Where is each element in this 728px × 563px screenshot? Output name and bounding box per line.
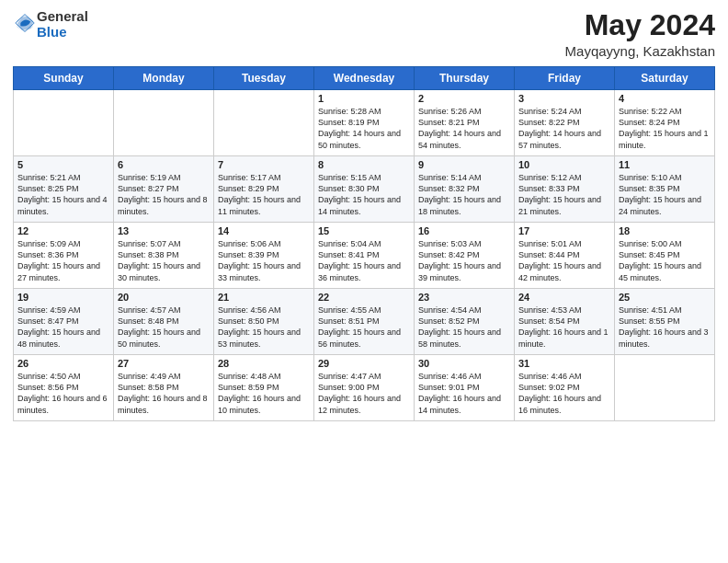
col-monday: Monday — [114, 67, 214, 90]
table-row: 7 Sunrise: 5:17 AMSunset: 8:29 PMDayligh… — [214, 156, 314, 223]
table-row — [615, 355, 715, 421]
calendar-week-row: 5 Sunrise: 5:21 AMSunset: 8:25 PMDayligh… — [14, 156, 715, 223]
title-block: May 2024 Mayqayyng, Kazakhstan — [565, 9, 715, 59]
table-row: 30 Sunrise: 4:46 AMSunset: 9:01 PMDaylig… — [415, 355, 515, 421]
table-row — [214, 90, 314, 156]
col-friday: Friday — [515, 67, 615, 90]
table-row — [114, 90, 214, 156]
table-row: 24 Sunrise: 4:53 AMSunset: 8:54 PMDaylig… — [515, 289, 615, 355]
table-row: 17 Sunrise: 5:01 AMSunset: 8:44 PMDaylig… — [515, 223, 615, 289]
col-wednesday: Wednesday — [314, 67, 415, 90]
table-row: 8 Sunrise: 5:15 AMSunset: 8:30 PMDayligh… — [314, 156, 415, 223]
table-row: 26 Sunrise: 4:50 AMSunset: 8:56 PMDaylig… — [14, 355, 114, 421]
col-saturday: Saturday — [615, 67, 715, 90]
logo: General Blue — [13, 9, 88, 40]
table-row: 1 Sunrise: 5:28 AMSunset: 8:19 PMDayligh… — [314, 90, 415, 156]
table-row: 10 Sunrise: 5:12 AMSunset: 8:33 PMDaylig… — [515, 156, 615, 223]
header: General Blue May 2024 Mayqayyng, Kazakhs… — [13, 9, 715, 59]
logo-icon — [15, 13, 35, 33]
table-row: 25 Sunrise: 4:51 AMSunset: 8:55 PMDaylig… — [615, 289, 715, 355]
logo-blue-text: Blue — [37, 24, 67, 40]
col-tuesday: Tuesday — [214, 67, 314, 90]
table-row: 9 Sunrise: 5:14 AMSunset: 8:32 PMDayligh… — [415, 156, 515, 223]
col-sunday: Sunday — [14, 67, 114, 90]
logo-general-text: General — [37, 8, 88, 24]
table-row: 28 Sunrise: 4:48 AMSunset: 8:59 PMDaylig… — [214, 355, 314, 421]
table-row: 3 Sunrise: 5:24 AMSunset: 8:22 PMDayligh… — [515, 90, 615, 156]
table-row: 22 Sunrise: 4:55 AMSunset: 8:51 PMDaylig… — [314, 289, 415, 355]
table-row: 13 Sunrise: 5:07 AMSunset: 8:38 PMDaylig… — [114, 223, 214, 289]
calendar-week-row: 19 Sunrise: 4:59 AMSunset: 8:47 PMDaylig… — [14, 289, 715, 355]
table-row: 6 Sunrise: 5:19 AMSunset: 8:27 PMDayligh… — [114, 156, 214, 223]
table-row: 16 Sunrise: 5:03 AMSunset: 8:42 PMDaylig… — [415, 223, 515, 289]
table-row: 11 Sunrise: 5:10 AMSunset: 8:35 PMDaylig… — [615, 156, 715, 223]
table-row: 15 Sunrise: 5:04 AMSunset: 8:41 PMDaylig… — [314, 223, 415, 289]
calendar-week-row: 1 Sunrise: 5:28 AMSunset: 8:19 PMDayligh… — [14, 90, 715, 156]
table-row — [14, 90, 114, 156]
table-row: 27 Sunrise: 4:49 AMSunset: 8:58 PMDaylig… — [114, 355, 214, 421]
table-row: 29 Sunrise: 4:47 AMSunset: 9:00 PMDaylig… — [314, 355, 415, 421]
calendar-title: May 2024 — [565, 9, 715, 41]
calendar-header-row: Sunday Monday Tuesday Wednesday Thursday… — [14, 67, 715, 90]
table-row: 31 Sunrise: 4:46 AMSunset: 9:02 PMDaylig… — [515, 355, 615, 421]
calendar-table: Sunday Monday Tuesday Wednesday Thursday… — [13, 66, 715, 421]
table-row: 4 Sunrise: 5:22 AMSunset: 8:24 PMDayligh… — [615, 90, 715, 156]
calendar-location: Mayqayyng, Kazakhstan — [565, 43, 715, 59]
table-row: 21 Sunrise: 4:56 AMSunset: 8:50 PMDaylig… — [214, 289, 314, 355]
table-row: 12 Sunrise: 5:09 AMSunset: 8:36 PMDaylig… — [14, 223, 114, 289]
page: General Blue May 2024 Mayqayyng, Kazakhs… — [0, 0, 728, 563]
table-row: 20 Sunrise: 4:57 AMSunset: 8:48 PMDaylig… — [114, 289, 214, 355]
calendar-week-row: 26 Sunrise: 4:50 AMSunset: 8:56 PMDaylig… — [14, 355, 715, 421]
table-row: 14 Sunrise: 5:06 AMSunset: 8:39 PMDaylig… — [214, 223, 314, 289]
calendar-week-row: 12 Sunrise: 5:09 AMSunset: 8:36 PMDaylig… — [14, 223, 715, 289]
table-row: 2 Sunrise: 5:26 AMSunset: 8:21 PMDayligh… — [415, 90, 515, 156]
table-row: 18 Sunrise: 5:00 AMSunset: 8:45 PMDaylig… — [615, 223, 715, 289]
table-row: 23 Sunrise: 4:54 AMSunset: 8:52 PMDaylig… — [415, 289, 515, 355]
col-thursday: Thursday — [415, 67, 515, 90]
table-row: 19 Sunrise: 4:59 AMSunset: 8:47 PMDaylig… — [14, 289, 114, 355]
table-row: 5 Sunrise: 5:21 AMSunset: 8:25 PMDayligh… — [14, 156, 114, 223]
